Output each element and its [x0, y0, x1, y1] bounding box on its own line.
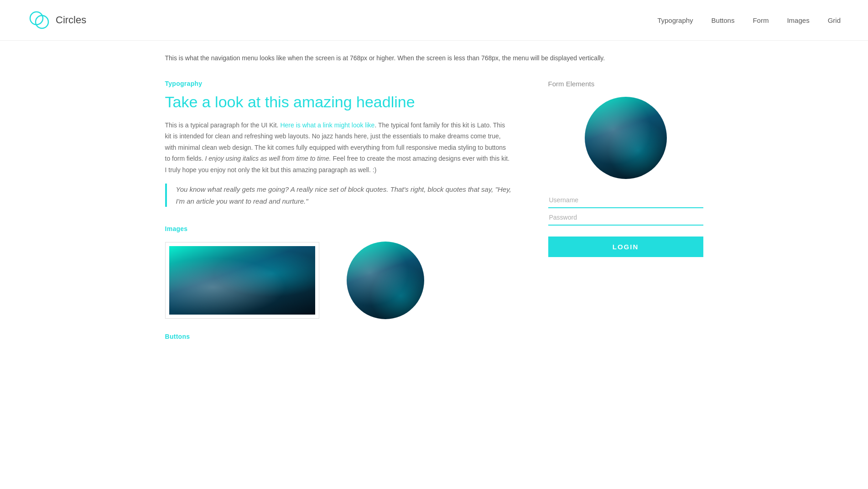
- nav-item-buttons[interactable]: Buttons: [712, 16, 735, 24]
- left-column: Typography Take a look at this amazing h…: [165, 80, 512, 346]
- para-italic: I enjoy using italics as well from time …: [205, 155, 331, 162]
- main-container: This is what the navigation menu looks l…: [138, 41, 731, 346]
- content-grid: Typography Take a look at this amazing h…: [165, 80, 703, 346]
- blockquote-text: You know what really gets me going? A re…: [176, 184, 512, 207]
- logo-area: Circles: [27, 8, 86, 32]
- nav-item-form[interactable]: Form: [753, 16, 769, 24]
- buttons-label: Buttons: [165, 333, 512, 340]
- images-section: Images: [165, 225, 512, 319]
- username-group: [548, 193, 703, 208]
- typography-paragraph: This is a typical paragraph for the UI K…: [165, 120, 512, 176]
- notice-bar: This is what the navigation menu looks l…: [165, 41, 703, 71]
- username-input[interactable]: [548, 193, 703, 208]
- nav-link-buttons[interactable]: Buttons: [712, 16, 735, 24]
- nav-item-typography[interactable]: Typography: [657, 16, 693, 24]
- login-button[interactable]: LOGIN: [548, 237, 703, 257]
- inline-link[interactable]: Here is what a link might look like: [280, 121, 374, 129]
- form-section-label: Form Elements: [548, 80, 703, 88]
- nav-link-typography[interactable]: Typography: [657, 16, 693, 24]
- nav-link-grid[interactable]: Grid: [828, 16, 841, 24]
- image-circle-small: [347, 242, 424, 319]
- logo-text: Circles: [56, 14, 86, 26]
- notice-text: This is what the navigation menu looks l…: [165, 54, 703, 62]
- nav-link-form[interactable]: Form: [753, 16, 769, 24]
- para-before-link: This is a typical paragraph for the UI K…: [165, 121, 281, 129]
- image-rect-inner: [169, 246, 315, 315]
- logo-icon: [27, 8, 51, 32]
- images-row: [165, 242, 512, 319]
- nav-links: Typography Buttons Form Images Grid: [657, 16, 841, 24]
- image-rect-wrapper: [165, 242, 319, 319]
- right-column: Form Elements LOGIN: [548, 80, 703, 346]
- navbar: Circles Typography Buttons Form Images G…: [0, 0, 868, 41]
- blockquote: You know what really gets me going? A re…: [165, 184, 512, 207]
- password-input[interactable]: [548, 210, 703, 226]
- password-group: [548, 210, 703, 226]
- avatar: [585, 97, 667, 179]
- image-rect: [169, 246, 315, 315]
- images-label: Images: [165, 225, 512, 232]
- nav-item-grid[interactable]: Grid: [828, 16, 841, 24]
- typography-section: Typography Take a look at this amazing h…: [165, 80, 512, 207]
- typography-headline: Take a look at this amazing headline: [165, 93, 512, 111]
- buttons-section: Buttons: [165, 333, 512, 340]
- typography-label: Typography: [165, 80, 512, 87]
- nav-link-images[interactable]: Images: [787, 16, 809, 24]
- nav-item-images[interactable]: Images: [787, 16, 809, 24]
